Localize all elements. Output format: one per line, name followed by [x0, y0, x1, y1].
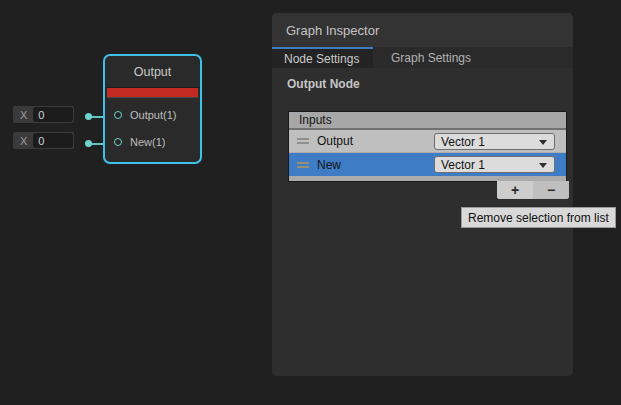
tab-bar: Node Settings Graph Settings — [272, 47, 573, 68]
dropdown-caret-icon — [539, 163, 547, 168]
list-item-output[interactable]: Output Vector 1 — [289, 130, 566, 153]
section-title: Output Node — [287, 77, 360, 91]
type-dropdown[interactable]: Vector 1 — [434, 133, 555, 150]
edge-dot — [85, 113, 92, 120]
type-dropdown[interactable]: Vector 1 — [434, 156, 555, 173]
inputs-list-header: Inputs — [289, 112, 566, 130]
input-port-icon[interactable] — [114, 138, 122, 146]
row-label: New — [317, 158, 341, 172]
value-input[interactable]: 0 — [33, 133, 73, 148]
remove-item-button[interactable]: − — [533, 181, 569, 199]
value-input[interactable]: 0 — [33, 107, 73, 122]
list-item-new[interactable]: New Vector 1 — [289, 153, 566, 176]
list-footer: + − — [497, 181, 569, 199]
drag-handle-icon[interactable] — [297, 162, 309, 168]
add-item-button[interactable]: + — [497, 181, 533, 199]
vector-input-x-new[interactable]: X 0 — [13, 132, 74, 149]
panel-title: Graph Inspector — [286, 23, 379, 38]
port-label: Output(1) — [130, 109, 176, 121]
drag-handle-icon[interactable] — [297, 138, 309, 144]
dropdown-caret-icon — [539, 140, 547, 145]
tab-graph-settings[interactable]: Graph Settings — [373, 47, 491, 68]
port-label: New(1) — [130, 136, 165, 148]
port-row-output: Output(1) — [105, 108, 200, 122]
input-port-icon[interactable] — [114, 111, 122, 119]
axis-label: X — [20, 109, 27, 121]
edge-dot — [85, 140, 92, 147]
output-node[interactable]: Output Output(1) New(1) — [103, 54, 202, 164]
node-title: Output — [105, 56, 200, 88]
port-row-new: New(1) — [105, 135, 200, 149]
tab-node-settings[interactable]: Node Settings — [272, 47, 373, 68]
vector-input-x-output[interactable]: X 0 — [13, 106, 74, 123]
graph-inspector-panel: Graph Inspector Node Settings Graph Sett… — [272, 13, 573, 376]
row-label: Output — [317, 134, 353, 148]
panel-header: Graph Inspector — [272, 13, 573, 47]
axis-label: X — [20, 135, 27, 147]
node-error-bar — [107, 88, 198, 98]
tooltip: Remove selection from list — [461, 207, 616, 228]
inputs-reorderable-list: Inputs Output Vector 1 New Vector 1 — [288, 111, 567, 182]
